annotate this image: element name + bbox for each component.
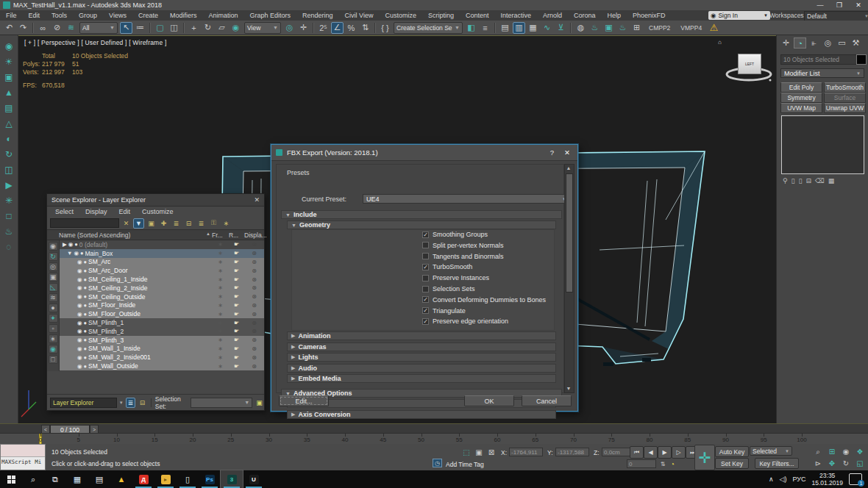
eye-icon[interactable]: ◉ <box>77 302 82 309</box>
key-a-icon[interactable]: ⚿ <box>208 218 219 229</box>
maxscript-macro-recorder[interactable] <box>1 445 45 457</box>
stack-tool-icon-5[interactable]: ▦ <box>828 177 835 184</box>
scene-explorer-icon[interactable]: ▥ <box>513 22 525 34</box>
display-toggle-icon[interactable]: ⊛ <box>244 354 264 361</box>
percent-snap-icon[interactable]: % <box>345 22 357 34</box>
checkbox-smoothing-groups[interactable]: ✓Smoothing Groups <box>422 231 488 238</box>
selection-set-dropdown[interactable]: ▼ <box>191 398 252 408</box>
modifier-button-uvw-map[interactable]: UVW Map <box>780 103 822 113</box>
render-toggle-icon[interactable]: ☛ <box>229 311 244 317</box>
image-icon[interactable]: ◐ <box>2 132 15 145</box>
auto-key-button[interactable]: Auto Key <box>715 446 749 457</box>
frozen-toggle-icon[interactable]: ∗ <box>212 345 229 352</box>
filter-icon-9[interactable]: ∗ <box>49 334 58 343</box>
checkbox-triangulate[interactable]: ✓Triangulate <box>422 307 466 315</box>
go-start-icon[interactable]: ⏮ <box>630 446 644 459</box>
frozen-toggle-icon[interactable]: ∗ <box>212 259 229 265</box>
unlink-selection-icon[interactable]: ⊘ <box>51 22 63 34</box>
select-place-icon[interactable]: ◉ <box>230 22 242 34</box>
file-explorer-icon[interactable]: ▸ <box>154 470 177 488</box>
frozen-toggle-icon[interactable]: ∗ <box>212 311 229 317</box>
render-setup-icon[interactable]: ♨ <box>588 22 601 34</box>
stack-a-icon[interactable]: ≣ <box>171 218 182 229</box>
menu-item-help[interactable]: Help <box>602 10 627 21</box>
display-toggle-icon[interactable]: ⊛ <box>244 293 264 300</box>
sign-in-button[interactable]: ◉Sign In▼ <box>708 11 770 20</box>
filter-icon-5[interactable]: ≋ <box>49 293 58 302</box>
edit-selection-set-icon[interactable]: ▣ <box>255 398 264 408</box>
calendar-icon[interactable]: ▤ <box>88 470 110 488</box>
spinner-snap-icon[interactable]: ⇅ <box>359 22 371 34</box>
filter-icon-3[interactable]: ▣ <box>49 273 58 281</box>
display-toggle-icon[interactable]: ⊛ <box>244 241 264 248</box>
render-toggle-icon[interactable]: ☛ <box>229 250 244 256</box>
explorer-menu-edit[interactable]: Edit <box>114 208 136 215</box>
ok-button[interactable]: OK <box>464 395 514 406</box>
display-toggle-icon[interactable]: ⊛ <box>244 328 264 334</box>
ribbon-icon[interactable]: ▦ <box>527 22 539 34</box>
modifier-stack-list[interactable] <box>781 115 864 174</box>
checkbox-box-icon[interactable]: ✓ <box>422 232 429 238</box>
cancel-button[interactable]: Cancel <box>522 395 572 406</box>
chevron-down-icon[interactable]: ▼ <box>110 25 115 30</box>
render-toggle-icon[interactable]: ☛ <box>229 241 244 248</box>
modifier-button-symmetry[interactable]: Symmetry <box>780 93 822 103</box>
angle-snap-icon[interactable]: ∠ <box>331 22 344 34</box>
rendered-frame-icon[interactable]: ▣ <box>602 22 615 34</box>
display-toggle-icon[interactable]: ⊛ <box>244 284 264 291</box>
teapot-icon[interactable]: ♨ <box>2 225 15 237</box>
menu-item-file[interactable]: File <box>0 10 23 21</box>
menu-item-phoenixfd[interactable]: PhoenixFD <box>627 10 672 21</box>
play-icon[interactable]: ▶ <box>658 446 672 459</box>
viewcube-home-icon[interactable]: ⌂ <box>718 39 722 46</box>
scroll-down-icon[interactable]: ▼ <box>565 385 572 392</box>
photos-icon[interactable]: ▦ <box>66 470 88 488</box>
group-icon[interactable]: ✳ <box>2 194 15 207</box>
eye-icon[interactable]: ◉ <box>74 250 79 256</box>
zoom-extents-all-icon[interactable]: ❖ <box>854 446 866 457</box>
tab-create[interactable]: ✛ <box>780 37 792 49</box>
select-move-icon[interactable]: + <box>188 22 200 34</box>
eye-icon[interactable]: ◉ <box>77 345 82 352</box>
selection-lock-icon[interactable]: ⬚ <box>460 447 472 458</box>
display-toggle-icon[interactable]: ⊛ <box>244 302 264 309</box>
section-header-cameras[interactable]: ▶Cameras <box>287 342 556 351</box>
display-toggle-icon[interactable]: ⊛ <box>244 259 264 265</box>
menu-item-views[interactable]: Views <box>103 10 132 21</box>
eye-icon[interactable]: ◉ <box>77 320 82 326</box>
frozen-toggle-icon[interactable]: ∗ <box>212 293 229 300</box>
menu-item-customize[interactable]: Customize <box>379 10 422 21</box>
stack-b-icon[interactable]: ⊟ <box>183 218 194 229</box>
rectangular-selection-icon[interactable]: ▢ <box>154 22 166 34</box>
chevron-down-icon[interactable]: ▼ <box>273 25 278 30</box>
frozen-toggle-icon[interactable]: ∗ <box>212 250 229 256</box>
material-editor-icon[interactable]: ◍ <box>574 22 587 34</box>
menu-item-group[interactable]: Group <box>73 10 103 21</box>
display-toggle-icon[interactable]: ⊛ <box>244 337 264 343</box>
select-by-name-icon[interactable]: ≔ <box>134 22 146 34</box>
edit-button[interactable]: Edit... <box>279 395 329 406</box>
filter-icon-10[interactable]: ◉ <box>49 345 58 354</box>
display-toggle-icon[interactable]: ⊛ <box>244 363 264 370</box>
time-config-icon[interactable]: ◔ <box>666 459 678 470</box>
set-keyframe-button[interactable]: ✛ <box>694 445 715 470</box>
grid-pair-icon[interactable]: ⊞ <box>630 22 643 34</box>
modifier-button-turbosmooth[interactable]: TurboSmooth <box>824 82 866 93</box>
select-rotate-icon[interactable]: ↻ <box>202 22 214 34</box>
frozen-toggle-icon[interactable]: ∗ <box>212 354 229 361</box>
minimize-button[interactable]: — <box>811 1 830 10</box>
checkbox-box-icon[interactable] <box>422 286 429 293</box>
scene-explorer-search-input[interactable] <box>50 218 119 228</box>
start-button[interactable] <box>0 470 22 488</box>
frozen-toggle-icon[interactable]: ∗ <box>212 284 229 291</box>
modifier-list-dropdown[interactable]: Modifier List▼ <box>780 68 864 78</box>
pivot-center-icon[interactable]: ◎ <box>283 22 296 34</box>
tray-chevron-icon[interactable]: ∧ <box>769 476 774 483</box>
object-color-swatch[interactable] <box>856 54 867 65</box>
tab-modify[interactable]: ◔ <box>794 37 806 49</box>
table-row[interactable]: ▶◉●0 (default)∗☛⊛ <box>60 240 264 249</box>
checkbox-box-icon[interactable]: ✓ <box>422 296 429 303</box>
viewcube[interactable]: LEFT <box>738 54 761 74</box>
frozen-toggle-icon[interactable]: ∗ <box>212 302 229 309</box>
redo-icon[interactable]: ↷ <box>17 22 29 34</box>
